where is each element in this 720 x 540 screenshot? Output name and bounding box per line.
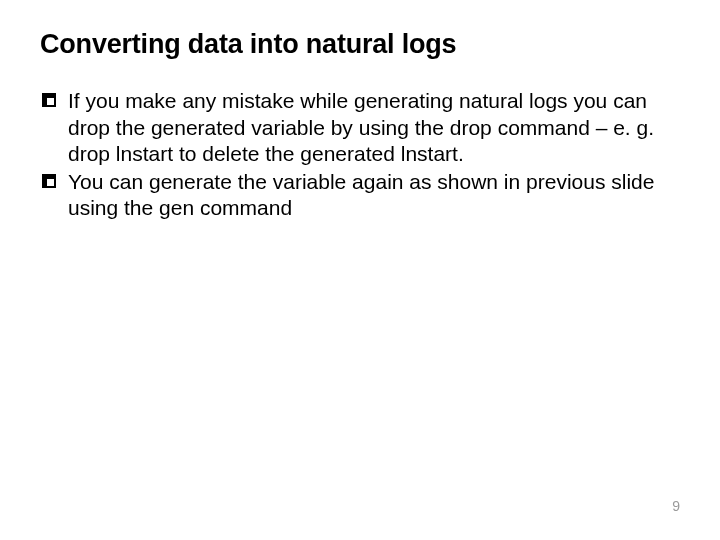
square-bullet-icon [42, 174, 56, 188]
square-bullet-icon [42, 93, 56, 107]
bullet-item: You can generate the variable again as s… [40, 169, 680, 222]
bullet-list: If you make any mistake while generating… [40, 88, 680, 221]
page-number: 9 [672, 498, 680, 514]
bullet-item: If you make any mistake while generating… [40, 88, 680, 167]
slide: Converting data into natural logs If you… [0, 0, 720, 540]
slide-title: Converting data into natural logs [40, 28, 680, 60]
bullet-text: If you make any mistake while generating… [68, 89, 654, 165]
bullet-text: You can generate the variable again as s… [68, 170, 654, 219]
